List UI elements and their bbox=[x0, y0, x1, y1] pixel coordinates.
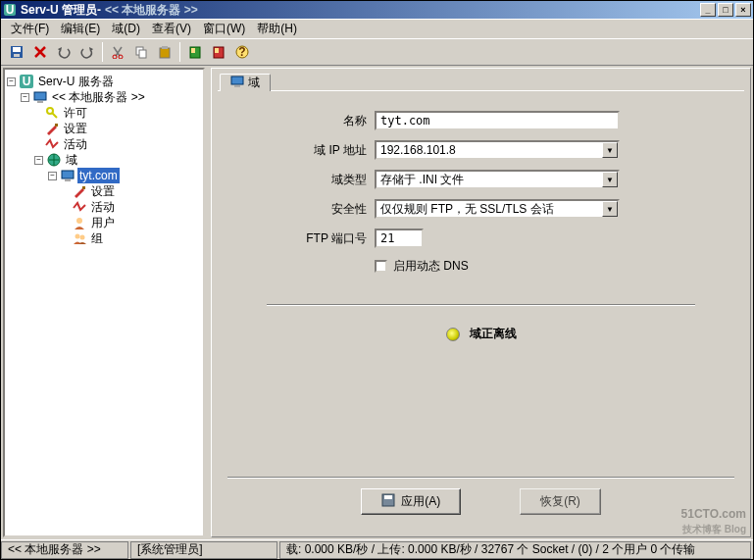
app-icon: U bbox=[3, 3, 17, 17]
redo-icon[interactable] bbox=[75, 41, 99, 63]
tree-domains[interactable]: − 域 bbox=[7, 152, 201, 168]
tree-d-groups[interactable]: 组 bbox=[7, 230, 201, 246]
status-server: << 本地服务器 >> bbox=[1, 541, 128, 559]
tree-domain-tyt[interactable]: − tyt.com bbox=[7, 168, 201, 183]
cut-icon[interactable] bbox=[106, 41, 129, 63]
tree-root[interactable]: − U Serv-U 服务器 bbox=[7, 74, 201, 89]
servu-icon: U bbox=[20, 75, 33, 88]
monitor-icon bbox=[61, 169, 75, 182]
type-combo[interactable]: 存储于 .INI 文件 ▼ bbox=[375, 170, 620, 189]
minus-icon[interactable]: − bbox=[34, 156, 43, 165]
svg-point-9 bbox=[113, 55, 117, 59]
menu-file[interactable]: 文件(F) bbox=[5, 19, 55, 39]
maximize-button[interactable]: □ bbox=[718, 3, 733, 17]
book2-icon[interactable] bbox=[207, 41, 230, 63]
menu-window[interactable]: 窗口(W) bbox=[197, 19, 251, 39]
titlebar: U Serv-U 管理员 - << 本地服务器 >> _ □ × bbox=[1, 1, 753, 19]
svg-point-34 bbox=[80, 235, 85, 240]
statusbar: << 本地服务器 >> [系统管理员] 载: 0.000 KB/秒 / 上传: … bbox=[1, 539, 753, 559]
svg-point-10 bbox=[119, 55, 123, 59]
save-icon bbox=[381, 493, 395, 510]
menu-view[interactable]: 查看(V) bbox=[146, 19, 197, 39]
svg-rect-31 bbox=[82, 186, 85, 189]
tree-localserver[interactable]: − << 本地服务器 >> bbox=[7, 89, 201, 105]
divider bbox=[267, 304, 695, 306]
svg-text:U: U bbox=[23, 75, 31, 88]
delete-icon[interactable] bbox=[28, 41, 52, 63]
svg-rect-13 bbox=[160, 48, 170, 58]
main-pane: 域 名称 域 IP 地址 192.168.101.8 ▼ 域类型 bbox=[211, 68, 751, 537]
paste-icon[interactable] bbox=[153, 41, 176, 63]
save-icon[interactable] bbox=[5, 41, 28, 63]
computer-icon bbox=[33, 90, 47, 104]
svg-rect-24 bbox=[37, 101, 43, 103]
svg-rect-14 bbox=[162, 46, 168, 49]
tab-label: 域 bbox=[248, 75, 260, 91]
title-sub: << 本地服务器 >> bbox=[105, 2, 198, 19]
tree-activity[interactable]: 活动 bbox=[7, 136, 201, 152]
copy-icon[interactable] bbox=[129, 41, 153, 63]
close-button[interactable]: × bbox=[735, 3, 751, 17]
minus-icon[interactable]: − bbox=[7, 77, 16, 86]
chevron-down-icon[interactable]: ▼ bbox=[602, 172, 618, 187]
group-icon bbox=[73, 231, 86, 245]
tree-d-settings[interactable]: 设置 bbox=[7, 183, 201, 199]
minus-icon[interactable]: − bbox=[48, 172, 57, 180]
svg-line-26 bbox=[52, 113, 57, 118]
tree-pane[interactable]: − U Serv-U 服务器 − << 本地服务器 >> 许可 bbox=[3, 68, 205, 537]
security-label: 安全性 bbox=[227, 201, 375, 218]
chevron-down-icon[interactable]: ▼ bbox=[602, 201, 618, 217]
title-app: Serv-U 管理员 bbox=[21, 2, 97, 19]
ip-combo[interactable]: 192.168.101.8 ▼ bbox=[375, 140, 620, 160]
monitor-icon bbox=[230, 76, 244, 90]
type-label: 域类型 bbox=[227, 172, 375, 188]
tree-d-users[interactable]: 用户 bbox=[7, 215, 201, 230]
book1-icon[interactable] bbox=[183, 41, 207, 63]
minimize-button[interactable]: _ bbox=[700, 3, 716, 17]
svg-rect-30 bbox=[65, 179, 71, 181]
minus-icon[interactable]: − bbox=[21, 93, 29, 102]
svg-point-33 bbox=[75, 234, 80, 239]
security-combo[interactable]: 仅仅规则 FTP，无 SSL/TLS 会话 ▼ bbox=[375, 199, 620, 219]
port-label: FTP 端口号 bbox=[227, 230, 375, 247]
led-icon bbox=[446, 328, 460, 341]
menu-edit[interactable]: 编辑(E) bbox=[55, 19, 106, 39]
svg-rect-27 bbox=[55, 124, 58, 127]
tree-d-activity[interactable]: 活动 bbox=[7, 199, 201, 215]
key-icon bbox=[45, 106, 59, 120]
menubar: 文件(F) 编辑(E) 域(D) 查看(V) 窗口(W) 帮助(H) bbox=[1, 19, 753, 38]
help-icon[interactable]: ? bbox=[230, 41, 254, 63]
user-icon bbox=[73, 216, 86, 229]
activity-icon bbox=[73, 200, 86, 214]
gear-icon bbox=[73, 184, 86, 198]
restore-button[interactable]: 恢复(R) bbox=[520, 488, 601, 515]
svg-rect-23 bbox=[34, 92, 46, 100]
svg-rect-18 bbox=[215, 48, 219, 53]
svg-rect-4 bbox=[14, 54, 20, 57]
svg-rect-3 bbox=[13, 47, 21, 52]
svg-text:U: U bbox=[6, 4, 15, 16]
toolbar: ? bbox=[1, 38, 753, 66]
status-admin: [系统管理员] bbox=[130, 541, 277, 559]
port-input[interactable] bbox=[375, 229, 424, 248]
svg-rect-35 bbox=[231, 76, 243, 84]
tab-domain[interactable]: 域 bbox=[220, 74, 271, 91]
undo-icon[interactable] bbox=[52, 41, 75, 63]
name-label: 名称 bbox=[227, 113, 375, 129]
globe-icon bbox=[47, 153, 61, 167]
apply-button[interactable]: 应用(A) bbox=[361, 488, 461, 515]
title-sep: - bbox=[97, 3, 101, 17]
activity-icon bbox=[45, 137, 59, 151]
menu-help[interactable]: 帮助(H) bbox=[251, 19, 303, 39]
name-input[interactable] bbox=[375, 111, 620, 130]
tree-permit[interactable]: 许可 bbox=[7, 105, 201, 121]
svg-text:?: ? bbox=[238, 45, 245, 59]
svg-rect-12 bbox=[139, 50, 146, 58]
ddns-checkbox[interactable] bbox=[375, 260, 387, 273]
chevron-down-icon[interactable]: ▼ bbox=[602, 142, 618, 158]
svg-rect-29 bbox=[62, 171, 74, 178]
menu-domain[interactable]: 域(D) bbox=[106, 19, 146, 39]
tree-settings[interactable]: 设置 bbox=[7, 121, 201, 136]
svg-rect-36 bbox=[234, 85, 240, 87]
svg-rect-16 bbox=[191, 48, 195, 53]
